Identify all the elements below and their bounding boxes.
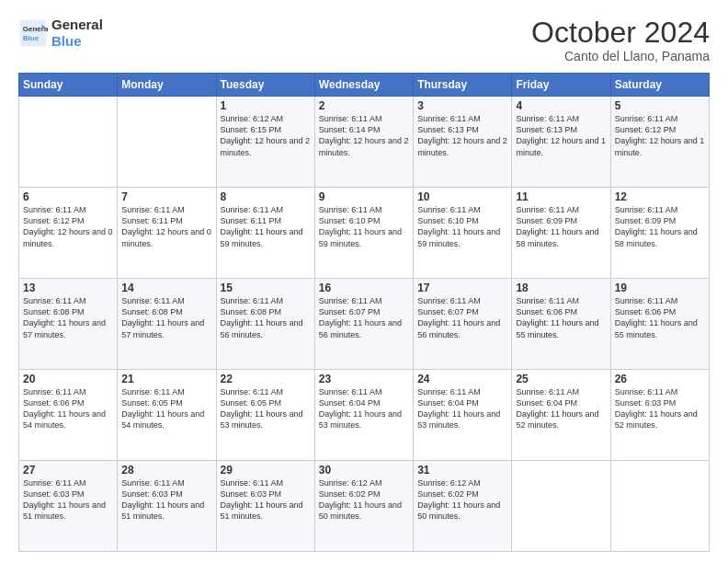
cell-content-line: Sunset: 6:12 PM xyxy=(23,215,113,226)
logo-text-blue: Blue xyxy=(51,33,103,50)
cell-content-line: Sunset: 6:03 PM xyxy=(221,488,311,500)
cell-content-line: Sunset: 6:11 PM xyxy=(221,215,311,226)
cell-content-line: Sunrise: 6:11 AM xyxy=(516,386,606,397)
cell-4-2: 29Sunrise: 6:11 AMSunset: 6:03 PMDayligh… xyxy=(216,461,314,552)
header: General Blue General Blue October 2024 C… xyxy=(18,17,710,63)
cell-content-line: Sunrise: 6:11 AM xyxy=(516,113,606,124)
cell-content-line: Sunrise: 6:11 AM xyxy=(516,295,606,306)
cell-content-line: Sunset: 6:13 PM xyxy=(516,124,606,135)
cell-2-2: 15Sunrise: 6:11 AMSunset: 6:08 PMDayligh… xyxy=(216,279,314,370)
cell-1-4: 10Sunrise: 6:11 AMSunset: 6:10 PMDayligh… xyxy=(414,188,512,279)
cell-content-line: Sunrise: 6:11 AM xyxy=(221,477,311,488)
cell-2-3: 16Sunrise: 6:11 AMSunset: 6:07 PMDayligh… xyxy=(314,279,413,370)
day-number: 14 xyxy=(121,282,211,294)
cell-content-line: Daylight: 12 hours and 2 minutes. xyxy=(319,135,409,157)
cell-content-line: Daylight: 11 hours and 57 minutes. xyxy=(23,317,113,339)
day-number: 26 xyxy=(615,373,705,385)
cell-content-line: Sunrise: 6:11 AM xyxy=(121,386,211,397)
col-monday: Monday xyxy=(118,74,216,97)
cell-1-3: 9Sunrise: 6:11 AMSunset: 6:10 PMDaylight… xyxy=(314,188,413,279)
cell-4-5 xyxy=(512,461,610,552)
cell-3-4: 24Sunrise: 6:11 AMSunset: 6:04 PMDayligh… xyxy=(414,370,512,461)
day-number: 22 xyxy=(221,373,311,385)
cell-content-line: Sunset: 6:07 PM xyxy=(417,306,507,317)
cell-0-6: 5Sunrise: 6:11 AMSunset: 6:12 PMDaylight… xyxy=(610,97,709,188)
cell-content-line: Sunset: 6:13 PM xyxy=(417,124,507,135)
cell-content-line: Sunset: 6:04 PM xyxy=(516,397,606,408)
day-number: 18 xyxy=(516,282,606,294)
cell-content-line: Sunrise: 6:11 AM xyxy=(221,295,311,306)
cell-content-line: Daylight: 11 hours and 50 minutes. xyxy=(319,500,409,522)
cell-content-line: Sunset: 6:10 PM xyxy=(319,215,409,226)
col-wednesday: Wednesday xyxy=(314,74,413,97)
cell-content-line: Sunset: 6:02 PM xyxy=(319,488,409,500)
logo-text-general: General xyxy=(51,17,103,33)
cell-content-line: Sunset: 6:06 PM xyxy=(615,306,705,317)
day-number: 11 xyxy=(516,190,606,203)
cell-0-3: 2Sunrise: 6:11 AMSunset: 6:14 PMDaylight… xyxy=(314,97,413,188)
cell-content-line: Daylight: 12 hours and 1 minute. xyxy=(615,135,705,157)
cell-4-3: 30Sunrise: 6:12 AMSunset: 6:02 PMDayligh… xyxy=(314,461,413,552)
cell-content-line: Sunset: 6:09 PM xyxy=(516,215,606,226)
cell-content-line: Sunrise: 6:11 AM xyxy=(615,204,705,215)
cell-4-6 xyxy=(610,461,709,552)
cell-content-line: Sunrise: 6:11 AM xyxy=(615,113,705,124)
col-saturday: Saturday xyxy=(610,74,709,97)
location: Canto del Llano, Panama xyxy=(531,49,710,63)
cell-content-line: Sunset: 6:03 PM xyxy=(615,397,705,408)
cell-content-line: Daylight: 11 hours and 53 minutes. xyxy=(417,408,507,431)
cell-content-line: Sunrise: 6:11 AM xyxy=(121,295,211,306)
cell-3-5: 25Sunrise: 6:11 AMSunset: 6:04 PMDayligh… xyxy=(512,370,610,461)
cell-content-line: Sunrise: 6:11 AM xyxy=(615,386,705,397)
day-number: 20 xyxy=(23,373,113,385)
cell-4-0: 27Sunrise: 6:11 AMSunset: 6:03 PMDayligh… xyxy=(19,461,118,552)
col-sunday: Sunday xyxy=(19,74,118,97)
cell-content-line: Daylight: 11 hours and 57 minutes. xyxy=(121,317,211,339)
cell-content-line: Daylight: 11 hours and 59 minutes. xyxy=(221,226,311,248)
cell-content-line: Sunset: 6:08 PM xyxy=(221,306,311,317)
cell-content-line: Daylight: 11 hours and 56 minutes. xyxy=(221,317,311,339)
cell-0-0 xyxy=(19,97,118,188)
day-number: 5 xyxy=(615,99,705,112)
cell-1-5: 11Sunrise: 6:11 AMSunset: 6:09 PMDayligh… xyxy=(512,188,610,279)
cell-content-line: Sunset: 6:14 PM xyxy=(319,124,409,135)
logo: General Blue General Blue xyxy=(18,17,103,50)
cell-content-line: Sunset: 6:12 PM xyxy=(615,124,705,135)
calendar-header-row: Sunday Monday Tuesday Wednesday Thursday… xyxy=(19,74,710,97)
logo-icon: General Blue xyxy=(18,18,48,48)
cell-4-1: 28Sunrise: 6:11 AMSunset: 6:03 PMDayligh… xyxy=(118,461,216,552)
col-thursday: Thursday xyxy=(414,74,512,97)
cell-content-line: Sunrise: 6:11 AM xyxy=(319,113,409,124)
cell-content-line: Daylight: 11 hours and 50 minutes. xyxy=(417,500,507,522)
page: General Blue General Blue October 2024 C… xyxy=(0,0,728,563)
day-number: 23 xyxy=(319,373,409,385)
cell-0-2: 1Sunrise: 6:12 AMSunset: 6:15 PMDaylight… xyxy=(216,97,314,188)
cell-content-line: Sunrise: 6:11 AM xyxy=(23,477,113,488)
cell-1-6: 12Sunrise: 6:11 AMSunset: 6:09 PMDayligh… xyxy=(610,188,709,279)
col-friday: Friday xyxy=(512,74,610,97)
cell-content-line: Sunrise: 6:11 AM xyxy=(319,204,409,215)
cell-content-line: Sunset: 6:08 PM xyxy=(23,306,113,317)
cell-1-2: 8Sunrise: 6:11 AMSunset: 6:11 PMDaylight… xyxy=(216,188,314,279)
cell-content-line: Sunrise: 6:11 AM xyxy=(23,204,113,215)
cell-content-line: Sunrise: 6:12 AM xyxy=(221,113,311,124)
day-number: 8 xyxy=(221,190,311,203)
cell-content-line: Sunrise: 6:11 AM xyxy=(319,386,409,397)
day-number: 4 xyxy=(516,99,606,112)
day-number: 19 xyxy=(615,282,705,294)
cell-2-0: 13Sunrise: 6:11 AMSunset: 6:08 PMDayligh… xyxy=(19,279,118,370)
day-number: 1 xyxy=(221,99,311,112)
cell-content-line: Sunrise: 6:11 AM xyxy=(221,204,311,215)
day-number: 25 xyxy=(516,373,606,385)
cell-content-line: Daylight: 11 hours and 55 minutes. xyxy=(615,317,705,339)
calendar-table: Sunday Monday Tuesday Wednesday Thursday… xyxy=(18,73,710,552)
cell-content-line: Daylight: 11 hours and 51 minutes. xyxy=(221,500,311,522)
cell-content-line: Daylight: 11 hours and 51 minutes. xyxy=(121,500,211,522)
day-number: 28 xyxy=(121,464,211,477)
week-row-3: 13Sunrise: 6:11 AMSunset: 6:08 PMDayligh… xyxy=(19,279,710,370)
day-number: 27 xyxy=(23,464,113,477)
cell-content-line: Sunset: 6:08 PM xyxy=(121,306,211,317)
cell-content-line: Sunrise: 6:11 AM xyxy=(516,204,606,215)
cell-content-line: Daylight: 11 hours and 55 minutes. xyxy=(516,317,606,339)
cell-content-line: Sunrise: 6:11 AM xyxy=(121,477,211,488)
